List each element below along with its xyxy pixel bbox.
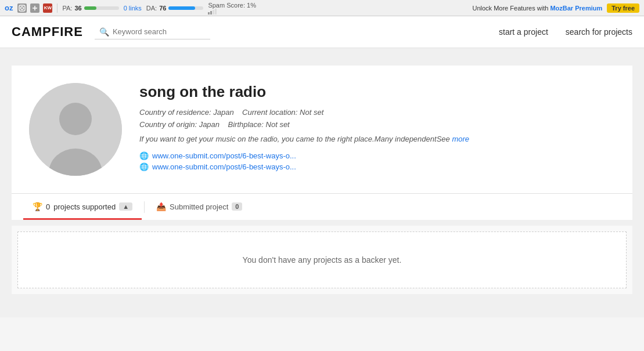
empty-state-wrapper: You don't have any projects as a backer … [12, 226, 632, 294]
spam-bar-4 [215, 9, 217, 15]
tab-label-projects: 0 [46, 202, 50, 211]
mozbar-icon-group: KW [17, 3, 52, 13]
link-url-2: www.one-submit.com/post/6-best-ways-o... [152, 162, 296, 171]
nav-link-start-project[interactable]: start a project [499, 27, 548, 37]
profile-meta-residence: Country of residence: Japan Current loca… [139, 108, 615, 117]
avatar [29, 83, 122, 176]
profile-links: 🌐 www.one-submit.com/post/6-best-ways-o.… [139, 151, 615, 171]
mozbar-unlock-text: Unlock More Features with MozBar Premium [473, 5, 603, 12]
profile-description: If you want to get your music on the rad… [139, 135, 615, 143]
profile-card: song on the radio Country of residence: … [12, 66, 632, 193]
country-residence-label: Country of residence: [139, 108, 211, 117]
spam-value: 1% [247, 2, 256, 9]
tab-badge-projects: ▲ [119, 202, 132, 211]
pa-value: 36 [74, 5, 81, 12]
country-residence-value: Japan [213, 108, 233, 117]
globe-icon-1: 🌐 [139, 151, 149, 160]
da-label: DA: [146, 5, 157, 12]
link-url-1: www.one-submit.com/post/6-best-ways-o... [152, 151, 296, 160]
more-link[interactable]: more [452, 135, 469, 143]
pa-label: PA: [62, 5, 72, 12]
pa-progress-fill [84, 6, 97, 10]
tab-divider [144, 201, 145, 213]
tab-text-projects: projects supported [53, 202, 116, 211]
spam-label: Spam Score: [208, 2, 245, 9]
pa-progress-bar [84, 6, 119, 10]
avatar-svg [29, 83, 122, 176]
empty-state-message: You don't have any projects as a backer … [243, 255, 402, 265]
search-box[interactable]: 🔍 [95, 25, 210, 39]
da-progress-fill [168, 6, 195, 10]
spam-score: Spam Score: 1% [208, 2, 256, 15]
spam-bar-1 [208, 12, 210, 15]
country-origin-label: Country of origin: [139, 120, 197, 129]
mozbar-da: DA: 76 [146, 5, 204, 12]
country-origin-value: Japan [199, 120, 220, 129]
tabs-bar: 🏆 0 projects supported ▲ 📤 Submitted pro… [12, 193, 632, 220]
moz-logo: oz [5, 3, 13, 12]
spam-bar-3 [213, 10, 214, 15]
svg-point-5 [59, 103, 92, 135]
search-icon: 🔍 [99, 27, 109, 37]
birthplace-label: Birthplace: [228, 120, 264, 129]
links-count: 0 links [124, 5, 142, 12]
globe-icon-2: 🌐 [139, 162, 149, 171]
svg-point-1 [21, 6, 24, 9]
nav-links: start a project search for projects [499, 27, 632, 37]
site-logo[interactable]: CAMPFIRE [12, 24, 83, 39]
trophy-icon: 🏆 [33, 202, 42, 211]
mozbar-icon-1[interactable] [17, 3, 27, 13]
spam-bar-2 [210, 11, 212, 15]
submit-icon: 📤 [156, 202, 166, 211]
spam-bars [208, 9, 256, 15]
content-area: song on the radio Country of residence: … [0, 48, 644, 317]
profile-meta-origin: Country of origin: Japan Birthplace: Not… [139, 120, 615, 129]
search-input[interactable] [113, 27, 206, 36]
current-location-label: Current location: [242, 108, 297, 117]
mozbar-brand: MozBar Premium [550, 5, 602, 12]
mozbar-pa: PA: 36 [62, 5, 118, 12]
svg-rect-0 [19, 5, 25, 11]
mozbar-icon-2[interactable] [30, 3, 39, 13]
da-progress-bar [168, 6, 203, 10]
profile-link-2[interactable]: 🌐 www.one-submit.com/post/6-best-ways-o.… [139, 162, 615, 171]
nav-link-search-projects[interactable]: search for projects [566, 27, 632, 37]
da-value: 76 [159, 5, 166, 12]
description-text: If you want to get your music on the rad… [139, 135, 450, 143]
birthplace-value: Not set [266, 120, 290, 129]
tab-projects-supported[interactable]: 🏆 0 projects supported ▲ [23, 194, 142, 220]
tab-label-submitted: Submitted project [170, 202, 228, 211]
mozbar-icon-kw[interactable]: KW [43, 3, 52, 13]
mozbar-toolbar: oz KW PA: 36 0 links DA: 76 Spam Score: … [0, 0, 644, 16]
tab-badge-submitted: 0 [232, 202, 242, 211]
try-free-button[interactable]: Try free [607, 3, 639, 13]
mozbar-divider-1 [57, 3, 57, 13]
profile-link-1[interactable]: 🌐 www.one-submit.com/post/6-best-ways-o.… [139, 151, 615, 160]
profile-info: song on the radio Country of residence: … [139, 83, 615, 171]
main-navigation: CAMPFIRE 🔍 start a project search for pr… [0, 16, 644, 48]
mozbar-right-area: Unlock More Features with MozBar Premium… [473, 3, 640, 13]
current-location-value: Not set [300, 108, 323, 117]
tab-submitted-project[interactable]: 📤 Submitted project 0 [147, 194, 251, 220]
profile-name: song on the radio [139, 83, 615, 101]
empty-state: You don't have any projects as a backer … [17, 231, 627, 288]
